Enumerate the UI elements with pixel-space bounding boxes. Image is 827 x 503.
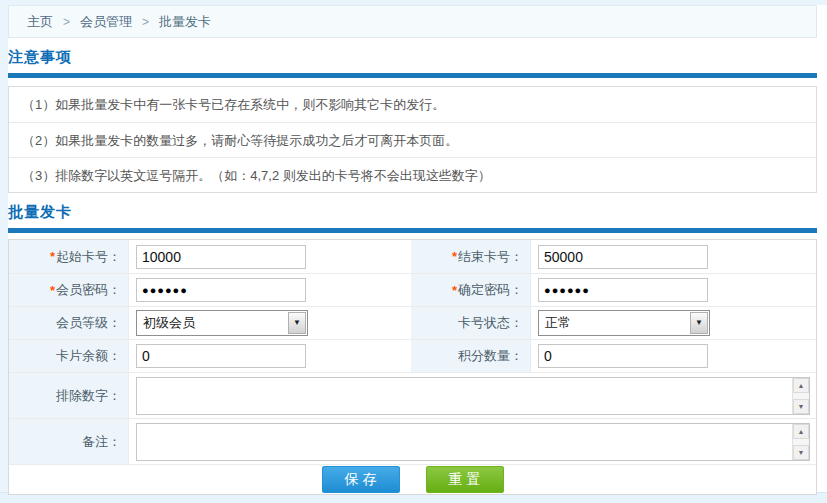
end-card-cell: [531, 240, 816, 273]
notice-title-bar: [8, 73, 817, 78]
reset-button[interactable]: 重 置: [426, 466, 504, 493]
card-balance-input[interactable]: [136, 344, 306, 368]
end-card-label: * 结束卡号：: [411, 240, 531, 273]
start-card-label: * 起始卡号：: [9, 240, 129, 273]
form-section-title: 批量发卡: [8, 203, 817, 228]
save-button[interactable]: 保 存: [322, 466, 400, 493]
textarea-scrollbar[interactable]: ▲ ▼: [792, 378, 809, 414]
form-row-card-range: * 起始卡号： * 结束卡号：: [9, 240, 816, 273]
form-row-remark: 备注： ▲ ▼: [9, 418, 816, 464]
remark-label: 备注：: [9, 419, 129, 464]
member-password-input[interactable]: [136, 278, 306, 302]
member-password-cell: [129, 274, 411, 306]
end-card-input[interactable]: [538, 245, 708, 269]
required-marker: *: [452, 283, 457, 298]
confirm-password-cell: [531, 274, 816, 306]
member-password-label: * 会员密码：: [9, 274, 129, 306]
start-card-cell: [129, 240, 411, 273]
scroll-up-icon[interactable]: ▲: [793, 378, 809, 393]
confirm-password-label-text: 确定密码：: [458, 281, 523, 299]
breadcrumb-member-management-link[interactable]: 会员管理: [80, 13, 132, 31]
exclude-digits-cell: ▲ ▼: [129, 373, 816, 418]
page-content: 主页 > 会员管理 > 批量发卡 注意事项 （1）如果批量发卡中有一张卡号已存在…: [8, 5, 817, 495]
exclude-digits-label-text: 排除数字：: [56, 387, 121, 405]
points-amount-cell: [531, 340, 816, 372]
notice-box: （1）如果批量发卡中有一张卡号已存在系统中，则不影响其它卡的发行。 （2）如果批…: [8, 86, 817, 193]
breadcrumb-current: 批量发卡: [159, 13, 211, 31]
required-marker: *: [452, 249, 457, 264]
points-amount-label-text: 积分数量：: [458, 347, 523, 365]
exclude-digits-textarea-wrap: ▲ ▼: [136, 377, 810, 415]
remark-textarea[interactable]: [137, 424, 791, 460]
required-marker: *: [50, 283, 55, 298]
form-row-exclude-digits: 排除数字： ▲ ▼: [9, 372, 816, 418]
exclude-digits-textarea[interactable]: [137, 378, 791, 414]
end-card-label-text: 结束卡号：: [458, 248, 523, 266]
form-actions-row: 保 存 重 置: [9, 464, 816, 494]
confirm-password-input[interactable]: [538, 278, 708, 302]
exclude-digits-label: 排除数字：: [9, 373, 129, 418]
points-amount-input[interactable]: [538, 344, 708, 368]
scroll-down-icon[interactable]: ▼: [793, 445, 809, 460]
card-balance-label: 卡片余额：: [9, 340, 129, 372]
form-row-passwords: * 会员密码： * 确定密码：: [9, 273, 816, 306]
breadcrumb-separator: >: [142, 15, 149, 29]
breadcrumb-separator: >: [63, 15, 70, 29]
start-card-input[interactable]: [136, 245, 306, 269]
member-level-label-text: 会员等级：: [56, 314, 121, 332]
breadcrumb: 主页 > 会员管理 > 批量发卡: [8, 5, 817, 38]
notice-item-3: （3）排除数字以英文逗号隔开。（如：4,7,2 则发出的卡号将不会出现这些数字）: [9, 157, 816, 192]
card-status-selected-value: 正常: [539, 311, 709, 335]
chevron-down-icon[interactable]: ▼: [690, 312, 708, 334]
batch-card-form: * 起始卡号： * 结束卡号： * 会员密码： *: [8, 239, 817, 495]
textarea-scrollbar[interactable]: ▲ ▼: [792, 424, 809, 460]
chevron-down-icon[interactable]: ▼: [288, 312, 306, 334]
page-left-margin: [0, 0, 8, 503]
member-level-cell: 初级会员 ▼: [129, 307, 411, 339]
remark-cell: ▲ ▼: [129, 419, 816, 464]
member-level-label: 会员等级：: [9, 307, 129, 339]
form-row-balance-points: 卡片余额： 积分数量：: [9, 339, 816, 372]
form-row-level-status: 会员等级： 初级会员 ▼ 卡号状态： 正常 ▼: [9, 306, 816, 339]
scroll-down-icon[interactable]: ▼: [793, 399, 809, 414]
points-amount-label: 积分数量：: [411, 340, 531, 372]
remark-textarea-wrap: ▲ ▼: [136, 423, 810, 461]
card-status-label: 卡号状态：: [411, 307, 531, 339]
card-status-select[interactable]: 正常 ▼: [538, 310, 710, 336]
start-card-label-text: 起始卡号：: [56, 248, 121, 266]
card-balance-label-text: 卡片余额：: [56, 347, 121, 365]
notice-section-title: 注意事项: [8, 48, 817, 73]
member-password-label-text: 会员密码：: [56, 281, 121, 299]
confirm-password-label: * 确定密码：: [411, 274, 531, 306]
notice-item-1: （1）如果批量发卡中有一张卡号已存在系统中，则不影响其它卡的发行。: [9, 87, 816, 122]
scroll-up-icon[interactable]: ▲: [793, 424, 809, 439]
remark-label-text: 备注：: [82, 433, 121, 451]
member-level-select[interactable]: 初级会员 ▼: [136, 310, 308, 336]
card-status-label-text: 卡号状态：: [458, 314, 523, 332]
form-title-bar: [8, 228, 817, 233]
card-status-cell: 正常 ▼: [531, 307, 816, 339]
breadcrumb-home-link[interactable]: 主页: [27, 13, 53, 31]
notice-item-2: （2）如果批量发卡的数量过多，请耐心等待提示成功之后才可离开本页面。: [9, 122, 816, 157]
member-level-selected-value: 初级会员: [137, 311, 307, 335]
card-balance-cell: [129, 340, 411, 372]
required-marker: *: [50, 249, 55, 264]
